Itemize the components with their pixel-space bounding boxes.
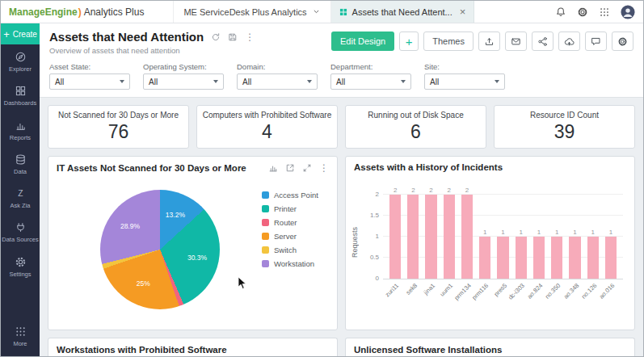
kpi-row: Not Scanned for 30 Days or More 76 Compu… <box>48 105 635 149</box>
edit-design-button[interactable]: Edit Design <box>331 32 394 51</box>
bar-uum1[interactable]: 2 <box>440 187 458 279</box>
notifications-bell-icon[interactable] <box>555 6 566 18</box>
bar-no.350[interactable]: 1 <box>548 229 566 279</box>
kebab-menu-icon[interactable]: ⋮ <box>319 162 329 174</box>
x-axis-label: jina1 <box>422 282 436 296</box>
bar-ao.824[interactable]: 1 <box>530 229 548 279</box>
bar-no.126[interactable]: 1 <box>584 229 602 279</box>
bar-zuri11[interactable]: 2 <box>386 187 404 279</box>
chart-type-icon[interactable] <box>268 163 278 173</box>
share-icon <box>537 36 548 47</box>
bar-value-label: 1 <box>591 229 594 236</box>
tab-assets-that-need-attention[interactable]: Assets that Need Attent... × <box>331 1 475 23</box>
kpi-disk-space[interactable]: Running out of Disk Space 6 <box>345 105 486 149</box>
bar-value-label: 1 <box>501 229 504 236</box>
sidebar-item-ask-zia[interactable]: Ask Zia <box>1 181 40 215</box>
filter-domain-select[interactable]: All <box>237 74 318 90</box>
filter-operating-system-select[interactable]: All <box>143 74 224 90</box>
create-button[interactable]: + Create <box>1 23 40 44</box>
y-axis-tick: 2 <box>359 191 379 198</box>
filter-asset-state-select[interactable]: All <box>49 74 130 90</box>
sidebar-item-reports[interactable]: Reports <box>1 113 40 147</box>
page-title: Assets that Need Attention <box>49 30 204 44</box>
dashboard-tab-label: Assets that Need Attent... <box>352 7 452 17</box>
bar-value-label: 2 <box>411 187 415 194</box>
refresh-icon[interactable] <box>211 32 221 42</box>
bar-prm134[interactable]: 2 <box>458 187 476 279</box>
workspace-selector[interactable]: ME ServiceDesk Plus Analytics <box>173 1 330 23</box>
bar-ao.348[interactable]: 1 <box>566 229 583 279</box>
sidebar-item-data-sources[interactable]: Data Sources <box>1 215 40 249</box>
dashboard-toolbar: Edit Design + Themes <box>331 30 633 51</box>
legend-item-router[interactable]: Router <box>262 218 318 227</box>
plus-icon: + <box>3 29 10 40</box>
avatar[interactable] <box>621 5 635 19</box>
filter-department: Department: All <box>330 62 411 90</box>
pie-slice-label: 13.2% <box>166 211 185 219</box>
pie-chart[interactable]: 13.2%30.3%25%28.9% <box>100 190 220 309</box>
filter-site-select[interactable]: All <box>424 74 505 90</box>
sidebar-item-settings[interactable]: Settings <box>1 250 40 284</box>
kebab-menu-icon[interactable]: ⋮ <box>245 32 255 43</box>
publish-button[interactable] <box>478 32 500 51</box>
save-icon[interactable] <box>228 32 238 42</box>
bar-value-label: 1 <box>537 229 541 236</box>
x-axis-label: sek8 <box>404 282 419 296</box>
settings-gear-icon[interactable] <box>577 6 588 18</box>
bar-sek8[interactable]: 2 <box>404 187 422 279</box>
pie-chart-panel: IT Assets Not Scanned for 30 Days or Mor… <box>48 156 338 330</box>
explorer-icon <box>15 51 27 63</box>
pie-legend: Access PointPrinterRouterServerSwitchWor… <box>262 191 318 268</box>
pie-panel-tools: ⋮ <box>268 162 329 174</box>
workspace-tabs: ME ServiceDesk Plus Analytics Assets tha… <box>173 1 474 23</box>
publish-icon <box>484 36 495 47</box>
settings-icon <box>15 256 27 268</box>
y-axis-title: Requests <box>351 227 359 258</box>
bar-pres5[interactable]: 1 <box>494 229 511 279</box>
legend-label: Switch <box>274 246 297 254</box>
legend-item-printer[interactable]: Printer <box>262 204 318 213</box>
dashboard-settings-button[interactable] <box>612 32 633 51</box>
add-report-button[interactable]: + <box>399 32 419 51</box>
kpi-prohibited-software[interactable]: Computers with Prohibited Software 4 <box>196 105 338 149</box>
brand-manageengine: ManageEngine <box>9 6 78 18</box>
kpi-not-scanned[interactable]: Not Scanned for 30 Days or More 76 <box>48 105 189 149</box>
bar-jina1[interactable]: 2 <box>422 187 440 279</box>
themes-button[interactable]: Themes <box>423 32 474 51</box>
legend-item-server[interactable]: Server <box>262 232 318 241</box>
x-axis-label-cell: zuri11 <box>386 279 404 305</box>
sidebar-item-data[interactable]: Data <box>1 147 40 181</box>
unlicensed-software-panel: Unlicensed Software Installations <box>345 338 635 356</box>
email-button[interactable] <box>505 32 527 51</box>
open-report-icon[interactable] <box>285 163 295 173</box>
bar-value-label: 1 <box>609 229 612 236</box>
y-axis-tick: 1 <box>359 233 379 240</box>
sidebar-item-more[interactable]: More <box>1 319 40 353</box>
filter-department-select[interactable]: All <box>330 74 411 90</box>
brand-product: Analytics Plus <box>84 6 145 18</box>
close-tab-icon[interactable]: × <box>460 6 466 17</box>
cloud-upload-button[interactable] <box>558 32 580 51</box>
sidebar-item-explorer[interactable]: Explorer <box>1 44 40 78</box>
legend-item-workstation[interactable]: Workstation <box>262 259 318 268</box>
legend-label: Printer <box>274 204 297 213</box>
legend-item-access-point[interactable]: Access Point <box>262 191 318 200</box>
share-button[interactable] <box>532 32 554 51</box>
bar-dc-i303[interactable]: 1 <box>512 229 530 279</box>
x-axis-labels: zuri11sek8jina1uum1prm134prm116pres5dc-i… <box>383 279 623 305</box>
bar-prm116[interactable]: 1 <box>476 229 494 279</box>
apps-grid-icon[interactable] <box>599 6 610 18</box>
sidebar-item-dashboards[interactable]: Dashboards <box>1 78 40 112</box>
expand-icon[interactable] <box>302 163 312 173</box>
chevron-down-icon <box>312 7 321 16</box>
comment-button[interactable] <box>585 32 607 51</box>
legend-item-switch[interactable]: Switch <box>262 246 318 254</box>
bar-ao.016[interactable]: 1 <box>602 229 620 279</box>
app-window: ManageEngine)Analytics Plus ME ServiceDe… <box>0 0 644 357</box>
x-axis-label-cell: sek8 <box>404 279 422 305</box>
legend-label: Workstation <box>274 259 314 268</box>
topbar-actions <box>555 1 643 23</box>
filter-domain: Domain: All <box>237 62 318 90</box>
workstations-prohibited-panel: Workstations with Prohibited Software <box>48 338 338 356</box>
kpi-resource-id-count[interactable]: Resource ID Count 39 <box>494 105 635 149</box>
